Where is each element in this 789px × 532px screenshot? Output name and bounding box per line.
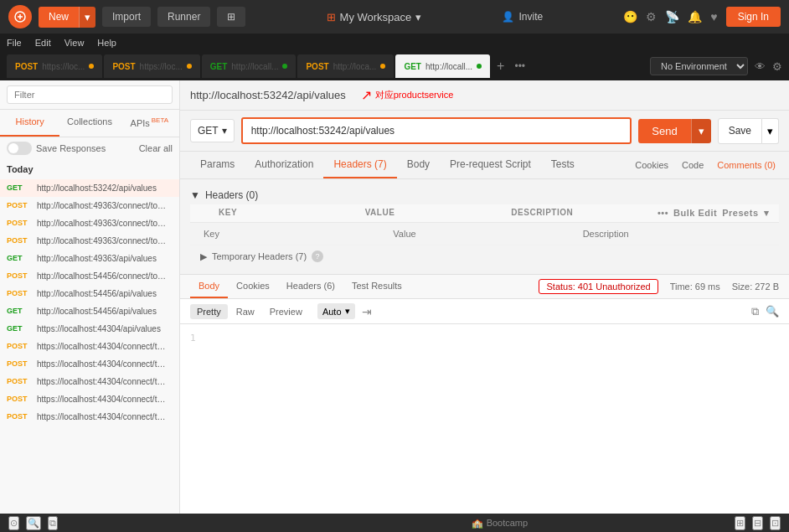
resp-tab-headers[interactable]: Headers (6): [278, 275, 343, 298]
bottom-icon-1[interactable]: ⊙: [8, 516, 19, 530]
bottom-icon-3[interactable]: ⧉: [48, 516, 58, 530]
code-tab[interactable]: Code: [678, 153, 707, 177]
menu-view[interactable]: View: [64, 38, 85, 48]
list-item-method: POST: [7, 359, 32, 368]
send-button[interactable]: Send: [638, 119, 690, 143]
menu-help[interactable]: Help: [97, 38, 116, 48]
tab-add-button[interactable]: +: [492, 59, 509, 74]
tab-1[interactable]: POST https://loc...: [104, 54, 199, 78]
bottom-layout-icon[interactable]: ⊟: [752, 516, 763, 530]
desc-input[interactable]: [580, 227, 769, 240]
url-input[interactable]: [241, 117, 632, 144]
copy-icon[interactable]: ⧉: [751, 305, 759, 318]
list-item[interactable]: POSThttps://localhost:44304/connect/toke…: [0, 408, 179, 426]
tab-more-button[interactable]: •••: [511, 60, 529, 72]
search-icon[interactable]: 🔍: [766, 305, 779, 318]
tab-body[interactable]: Body: [397, 152, 440, 178]
list-item[interactable]: POSThttp://localhost:54456/connect/token: [0, 267, 179, 285]
list-item[interactable]: POSThttp://localhost:49363/connect/token: [0, 214, 179, 232]
env-gear-icon[interactable]: ⚙: [772, 60, 782, 73]
heart-icon[interactable]: ♥: [710, 10, 717, 23]
list-item-url: http://localhost:49363/connect/token: [37, 236, 167, 245]
invite-button[interactable]: 👤 Invite: [502, 11, 543, 23]
help-icon[interactable]: ?: [312, 251, 323, 262]
view-tab-preview[interactable]: Preview: [263, 304, 309, 319]
tab-collections[interactable]: Collections: [59, 110, 119, 137]
list-item[interactable]: GEThttp://localhost:54456/api/values: [0, 302, 179, 320]
env-eye-icon[interactable]: 👁: [755, 60, 766, 73]
env-selector[interactable]: No Environment: [650, 57, 748, 75]
send-arrow-button[interactable]: ▾: [691, 119, 711, 143]
list-item[interactable]: GEThttp://localhost:49363/api/values: [0, 250, 179, 267]
tab-authorization[interactable]: Authorization: [245, 152, 323, 178]
tab-4-dot: [477, 64, 482, 69]
bottom-icon-2[interactable]: 🔍: [26, 516, 41, 530]
list-item[interactable]: GEThttps://localhost:44304/api/values: [0, 320, 179, 338]
indent-button[interactable]: ⇥: [362, 305, 372, 318]
resp-tab-body[interactable]: Body: [190, 275, 228, 298]
tab-params[interactable]: Params: [190, 152, 245, 178]
list-item[interactable]: POSThttp://localhost:49363/connect/token: [0, 197, 179, 214]
bottom-expand-icon[interactable]: ⊞: [735, 516, 745, 530]
view-tab-raw[interactable]: Raw: [229, 304, 261, 319]
sync-icon[interactable]: ⚙: [646, 10, 657, 23]
resp-tab-cookies[interactable]: Cookies: [228, 275, 278, 298]
menu-edit[interactable]: Edit: [35, 38, 51, 48]
list-item[interactable]: POSThttps://localhost:44304/connect/toke…: [0, 355, 179, 373]
tab-apis[interactable]: APIs: [120, 110, 179, 137]
list-item[interactable]: GEThttp://localhost:53242/api/values: [0, 179, 179, 197]
new-button[interactable]: New: [39, 7, 79, 28]
list-item[interactable]: POSThttps://localhost:44304/connect/toke…: [0, 373, 179, 390]
tab-headers[interactable]: Headers (7): [323, 152, 396, 178]
workspace-selector[interactable]: ⊞ My Workspace ▾: [327, 11, 422, 23]
tab-0-url: https://loc...: [42, 62, 85, 71]
bottom-terminal-icon[interactable]: ⊡: [770, 516, 781, 530]
sidebar: History Collections APIs Save Responses …: [0, 80, 180, 514]
search-input[interactable]: [7, 85, 173, 104]
satellite-icon[interactable]: 📡: [665, 10, 679, 23]
tab-tests[interactable]: Tests: [541, 152, 585, 178]
list-item-url: https://localhost:44304/api/values: [37, 324, 161, 333]
avatar-icon[interactable]: 😶: [623, 10, 637, 23]
runner-button[interactable]: Runner: [157, 7, 210, 27]
presets-btn[interactable]: Presets: [722, 208, 758, 219]
workspace-label: My Workspace: [340, 11, 412, 23]
top-right-icons: 😶 ⚙ 📡 🔔 ♥ Sign In: [623, 7, 781, 27]
toggle-switch[interactable]: [7, 142, 32, 155]
tab-history[interactable]: History: [0, 110, 59, 137]
format-selector[interactable]: Auto ▾: [317, 303, 355, 319]
sign-in-button[interactable]: Sign In: [726, 7, 781, 27]
bell-icon[interactable]: 🔔: [688, 10, 702, 23]
menu-file[interactable]: File: [7, 38, 22, 48]
key-input[interactable]: [200, 227, 389, 240]
save-responses-toggle[interactable]: Save Responses: [7, 142, 106, 155]
list-item[interactable]: POSThttps://localhost:44304/connect/toke…: [0, 338, 179, 355]
new-button-arrow[interactable]: ▾: [79, 7, 95, 28]
list-item-url: http://localhost:54456/api/values: [37, 307, 157, 316]
kv-header-row: KEY VALUE DESCRIPTION ••• Bulk Edit Pres…: [190, 204, 779, 223]
bulk-edit-btn[interactable]: Bulk Edit: [673, 208, 717, 219]
list-item[interactable]: POSThttp://localhost:49363/connect/token: [0, 232, 179, 250]
tab-0[interactable]: POST https://loc...: [7, 54, 102, 78]
list-item[interactable]: POSThttp://localhost:54456/api/values: [0, 285, 179, 302]
view-tab-pretty[interactable]: Pretty: [190, 304, 228, 319]
cookies-tab[interactable]: Cookies: [632, 153, 672, 177]
postman-pro-button[interactable]: ⊞: [217, 7, 245, 27]
headers-section-header[interactable]: ▼ Headers (0): [190, 186, 779, 204]
resp-tab-test-results[interactable]: Test Results: [343, 275, 410, 298]
tab-4[interactable]: GET http://locall...: [395, 54, 490, 78]
method-selector[interactable]: GET ▾: [190, 119, 235, 142]
annotation-text: 对应productservice: [375, 89, 454, 101]
value-input[interactable]: [389, 227, 579, 240]
tab-3[interactable]: POST http://loca...: [297, 54, 394, 78]
temporary-headers[interactable]: ▶ Temporary Headers (7) ?: [190, 245, 779, 267]
comments-tab[interactable]: Comments (0): [714, 153, 779, 177]
save-button[interactable]: Save: [718, 118, 762, 144]
import-button[interactable]: Import: [102, 7, 151, 27]
tab-pre-request[interactable]: Pre-request Script: [440, 152, 541, 178]
bootcamp-label[interactable]: 🏫 Bootcamp: [472, 518, 529, 529]
tab-2[interactable]: GET http://locall...: [202, 54, 297, 78]
save-arrow-button[interactable]: ▾: [762, 118, 779, 144]
clear-all-button[interactable]: Clear all: [139, 143, 173, 153]
list-item[interactable]: POSThttps://localhost:44304/connect/toke…: [0, 390, 179, 408]
